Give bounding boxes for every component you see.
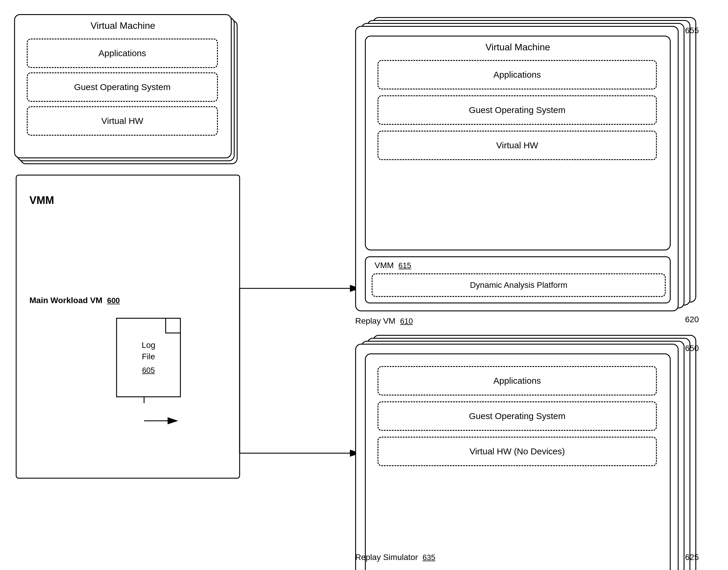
replay-vm-guestos-label: Guest Operating System	[379, 105, 656, 115]
replay-sim-vhwnd: Virtual HW (No Devices)	[378, 437, 657, 466]
replay-vmm-num: 615	[399, 261, 411, 270]
log-file-label: Log File	[117, 339, 180, 362]
replay-sim-outer: Applications Guest Operating System Virt…	[355, 344, 679, 570]
replay-vm-apps-label: Applications	[379, 70, 656, 80]
replay-sim-bottom-label: Replay Simulator 635	[355, 553, 435, 562]
replay-sim-apps-label: Applications	[379, 376, 656, 386]
vm-vhw-label-left: Virtual HW	[28, 116, 217, 126]
replay-vm-dap-label: Dynamic Analysis Platform	[373, 280, 665, 290]
vm-apps-label-left: Applications	[28, 48, 217, 58]
vm-vhw-left: Virtual HW	[27, 106, 218, 135]
virtual-machine-box-left: Virtual Machine Applications Guest Opera…	[14, 14, 232, 158]
vmm-left-label: VMM	[29, 194, 54, 207]
replay-vm-apps: Applications	[378, 60, 657, 89]
log-file-box: Log File 605	[116, 318, 181, 397]
replay-sim-guestos: Guest Operating System	[378, 401, 657, 431]
label-620: 620	[685, 315, 699, 324]
vm-guestos-left: Guest Operating System	[27, 72, 218, 102]
replay-vm-vhw-label: Virtual HW	[379, 140, 656, 151]
replay-vm-vmm-label: VMM 615	[366, 261, 670, 270]
vm-title-left: Virtual Machine	[15, 20, 231, 31]
main-workload-text: Main Workload VM	[29, 296, 102, 305]
replay-vm-outer: Virtual Machine Applications Guest Opera…	[355, 26, 679, 311]
replay-sim-apps: Applications	[378, 366, 657, 395]
replay-vm-vhw: Virtual HW	[378, 131, 657, 160]
replay-sim-inner: Applications Guest Operating System Virt…	[365, 353, 671, 570]
replay-vm-title: Virtual Machine	[366, 42, 670, 53]
stack-655: 655	[685, 26, 699, 35]
log-file-corner-cut	[165, 319, 180, 333]
replay-vm-inner: Virtual Machine Applications Guest Opera…	[365, 36, 671, 250]
diagram: Virtual Machine Applications Guest Opera…	[0, 0, 728, 570]
label-625: 625	[685, 553, 699, 562]
stack-650: 650	[685, 344, 699, 353]
vm-guestos-label-left: Guest Operating System	[28, 82, 217, 92]
replay-vm-vmm-dap: VMM 615 Dynamic Analysis Platform	[365, 256, 671, 303]
log-file-number: 605	[117, 366, 180, 375]
main-workload-number: 600	[107, 296, 120, 305]
replay-sim-vhwnd-label: Virtual HW (No Devices)	[379, 447, 656, 457]
replay-sim-guestos-label: Guest Operating System	[379, 411, 656, 421]
replay-vm-610-label: Replay VM 610	[355, 316, 413, 326]
replay-vm-guestos: Guest Operating System	[378, 95, 657, 125]
main-workload-label: Main Workload VM 600	[29, 296, 120, 305]
vm-apps-left: Applications	[27, 39, 218, 68]
replay-vm-dap: Dynamic Analysis Platform	[372, 273, 666, 297]
